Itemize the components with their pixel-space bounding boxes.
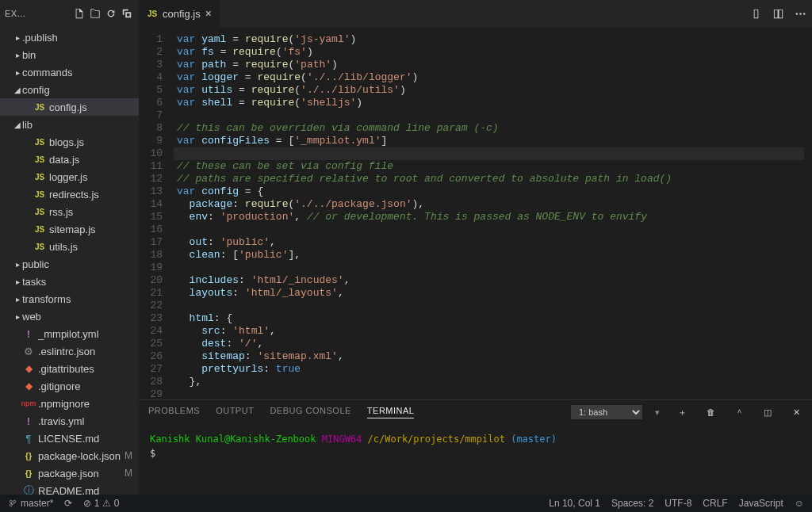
status-encoding[interactable]: UTF-8	[665, 498, 691, 509]
tree-item-label: rss.js	[49, 206, 73, 218]
code-line-3[interactable]: var path = require('path')	[174, 59, 804, 71]
code-line-8[interactable]: // this can be overriden via command lin…	[174, 122, 804, 135]
status-language[interactable]: JavaScript	[739, 498, 783, 509]
code-line-10[interactable]	[174, 147, 804, 160]
code-line-14[interactable]: package: require('./../package.json'),	[174, 198, 804, 211]
kill-terminal-icon[interactable]: 🗑	[704, 406, 717, 418]
code-line-15[interactable]: env: 'production', // or development. Th…	[174, 211, 804, 224]
file-logger.js[interactable]: JSlogger.js	[0, 168, 139, 185]
folder-lib[interactable]: ◢lib	[0, 116, 139, 133]
terminal-content[interactable]: Kanishk Kunal@Kanishk-Zenbook MINGW64 /c…	[139, 424, 812, 495]
code-line-17[interactable]: out: 'public',	[174, 236, 804, 249]
code-line-16[interactable]	[174, 224, 804, 236]
code-line-18[interactable]: clean: ['public'],	[174, 249, 804, 262]
file-icon: ⓘ	[22, 483, 35, 495]
code-line-20[interactable]: includes: 'html/_incudes',	[174, 274, 804, 287]
file-tree[interactable]: ▸.publish▸bin▸commands◢configJSconfig.js…	[0, 27, 139, 495]
code-line-2[interactable]: var fs = require('fs')	[174, 46, 804, 59]
terminal-select[interactable]: 1: bash	[571, 405, 642, 419]
folder-transforms[interactable]: ▸transforms	[0, 290, 139, 308]
split-editor-icon[interactable]	[771, 6, 785, 21]
close-panel-icon[interactable]: ✕	[790, 406, 802, 418]
code-line-21[interactable]: layouts: 'html/_layouts',	[174, 287, 804, 300]
code-line-5[interactable]: var utils = require('./../lib/utils')	[174, 84, 804, 97]
status-eol[interactable]: CRLF	[703, 498, 727, 509]
file-README.md[interactable]: ⓘREADME.md	[0, 482, 139, 495]
code-line-26[interactable]: sitemap: 'sitemap.xml',	[174, 350, 804, 363]
tab-config-js[interactable]: JS config.js ×	[139, 0, 220, 27]
file-.gitattributes[interactable]: ◆.gitattributes	[0, 360, 139, 377]
refresh-icon[interactable]	[104, 6, 118, 21]
code-line-1[interactable]: var yaml = require('js-yaml')	[174, 33, 804, 46]
explorer-sidebar: EX... ▸.publish▸bin▸commands◢configJScon…	[0, 0, 139, 495]
file-sitemap.js[interactable]: JSsitemap.js	[0, 220, 139, 238]
folder-.publish[interactable]: ▸.publish	[0, 29, 139, 46]
minimap[interactable]	[804, 27, 812, 399]
status-branch[interactable]: master*	[8, 498, 53, 509]
file-data.js[interactable]: JSdata.js	[0, 151, 139, 168]
panel-tab-terminal[interactable]: TERMINAL	[367, 406, 415, 418]
tree-item-label: _mmpilot.yml	[38, 328, 99, 340]
code-editor[interactable]: 1234567891011121314151617181920212223242…	[139, 27, 812, 399]
folder-config[interactable]: ◢config	[0, 81, 139, 98]
file-.npmignore[interactable]: npm.npmignore	[0, 395, 139, 412]
code-line-24[interactable]: src: 'html',	[174, 325, 804, 338]
code-line-9[interactable]: var configFiles = ['_mmpilot.yml']	[174, 135, 804, 147]
dropdown-icon: ▾	[655, 407, 660, 418]
file-.gitignore[interactable]: ◆.gitignore	[0, 377, 139, 395]
code-line-19[interactable]	[174, 262, 804, 274]
file-redirects.js[interactable]: JSredirects.js	[0, 185, 139, 203]
folder-bin[interactable]: ▸bin	[0, 46, 139, 63]
tree-item-label: tasks	[22, 276, 46, 288]
file-package-lock.json[interactable]: {}package-lock.jsonM	[0, 447, 139, 464]
code-line-29[interactable]	[174, 388, 804, 399]
code-line-4[interactable]: var logger = require('./../lib/logger')	[174, 71, 804, 84]
file-config.js[interactable]: JSconfig.js	[0, 98, 139, 116]
status-spaces[interactable]: Spaces: 2	[611, 498, 653, 509]
status-position[interactable]: Ln 10, Col 1	[549, 498, 600, 509]
file-_mmpilot.yml[interactable]: !_mmpilot.yml	[0, 325, 139, 342]
code-line-28[interactable]: },	[174, 376, 804, 388]
code-line-22[interactable]	[174, 300, 804, 312]
code-line-7[interactable]	[174, 109, 804, 122]
close-icon[interactable]: ×	[205, 7, 212, 20]
folder-tasks[interactable]: ▸tasks	[0, 273, 139, 290]
code-line-25[interactable]: dest: '/',	[174, 338, 804, 350]
folder-commands[interactable]: ▸commands	[0, 63, 139, 81]
maximize-panel-icon[interactable]: ＾	[733, 406, 745, 418]
file-.travis.yml[interactable]: !.travis.yml	[0, 412, 139, 430]
code-line-6[interactable]: var shell = require('shelljs')	[174, 97, 804, 109]
status-sync[interactable]: ⟳	[64, 498, 72, 509]
new-terminal-icon[interactable]: ＋	[676, 406, 688, 418]
more-icon[interactable]	[793, 6, 807, 21]
new-file-icon[interactable]	[72, 6, 86, 21]
panel-tab-output[interactable]: OUTPUT	[216, 406, 254, 418]
file-package.json[interactable]: {}package.jsonM	[0, 464, 139, 482]
file-LICENSE.md[interactable]: ¶LICENSE.md	[0, 430, 139, 447]
twisty-icon: ◢	[13, 120, 22, 129]
code-line-12[interactable]: // paths are specified relative to root …	[174, 173, 804, 185]
file-.eslintrc.json[interactable]: ⚙.eslintrc.json	[0, 342, 139, 360]
file-rss.js[interactable]: JSrss.js	[0, 203, 139, 220]
panel-tab-problems[interactable]: PROBLEMS	[148, 406, 200, 418]
code-line-23[interactable]: html: {	[174, 312, 804, 325]
folder-public[interactable]: ▸public	[0, 255, 139, 273]
code-content[interactable]: var yaml = require('js-yaml')var fs = re…	[174, 27, 804, 399]
compare-icon[interactable]	[749, 6, 763, 21]
panel-tab-debug-console[interactable]: DEBUG CONSOLE	[270, 406, 350, 418]
status-warnings[interactable]: ⚠ 0	[102, 498, 119, 509]
file-utils.js[interactable]: JSutils.js	[0, 238, 139, 255]
tree-item-label: .publish	[22, 32, 58, 44]
twisty-icon: ▸	[13, 295, 22, 304]
status-feedback-icon[interactable]: ☺	[795, 498, 804, 509]
code-line-13[interactable]: var config = {	[174, 185, 804, 198]
code-line-27[interactable]: prettyurls: true	[174, 363, 804, 376]
collapse-all-icon[interactable]	[120, 6, 134, 21]
code-line-11[interactable]: // these can be set via config file	[174, 160, 804, 173]
status-errors[interactable]: ⊘ 1	[83, 498, 99, 509]
split-terminal-icon[interactable]: ◫	[761, 406, 774, 418]
folder-web[interactable]: ▸web	[0, 308, 139, 325]
new-folder-icon[interactable]	[88, 6, 102, 21]
tree-item-label: lib	[22, 119, 33, 131]
file-blogs.js[interactable]: JSblogs.js	[0, 133, 139, 151]
